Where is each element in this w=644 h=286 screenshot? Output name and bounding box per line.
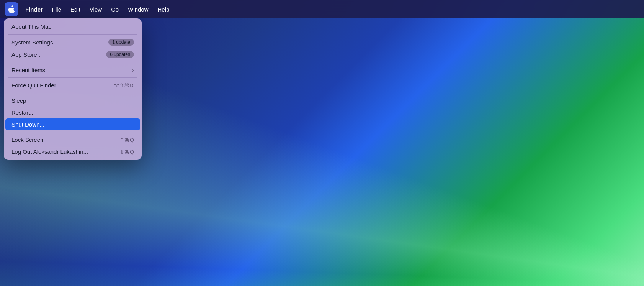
- menu-item-about[interactable]: About This Mac: [5, 21, 140, 33]
- apple-icon: [8, 5, 15, 13]
- menu-item-lock-screen[interactable]: Lock Screen ⌃⌘Q: [5, 134, 140, 146]
- recent-items-chevron-icon: ›: [132, 67, 134, 73]
- menu-item-recent-items[interactable]: Recent Items ›: [5, 64, 140, 76]
- menu-item-force-quit[interactable]: Force Quit Finder ⌥⇧⌘↺: [5, 79, 140, 91]
- menu-item-restart-label: Restart...: [11, 109, 35, 116]
- separator-2: [8, 62, 137, 62]
- menu-item-system-settings-label: System Settings...: [11, 39, 58, 46]
- app-store-badge: 6 updates: [106, 51, 134, 58]
- force-quit-shortcut: ⌥⇧⌘↺: [113, 82, 134, 89]
- menu-item-app-store-label: App Store...: [11, 51, 42, 58]
- menu-item-app-store[interactable]: App Store... 6 updates: [5, 48, 140, 61]
- menu-item-about-label: About This Mac: [11, 23, 51, 30]
- menubar-help[interactable]: Help: [154, 5, 173, 14]
- menubar-view[interactable]: View: [86, 5, 106, 14]
- menu-item-logout[interactable]: Log Out Aleksandr Lukashin... ⇧⌘Q: [5, 146, 140, 158]
- menubar-items: Finder File Edit View Go Window Help: [21, 5, 173, 14]
- menu-item-shutdown-label: Shut Down...: [11, 121, 44, 128]
- menubar: Finder File Edit View Go Window Help: [0, 0, 644, 18]
- menu-item-restart[interactable]: Restart...: [5, 107, 140, 118]
- menubar-edit[interactable]: Edit: [67, 5, 84, 14]
- menubar-window[interactable]: Window: [124, 5, 152, 14]
- menu-item-sleep[interactable]: Sleep: [5, 95, 140, 107]
- menubar-file[interactable]: File: [48, 5, 65, 14]
- separator-4: [8, 93, 137, 93]
- menu-item-recent-items-label: Recent Items: [11, 67, 45, 73]
- logout-shortcut: ⇧⌘Q: [120, 149, 134, 155]
- lock-screen-shortcut: ⌃⌘Q: [120, 137, 134, 143]
- separator-3: [8, 77, 137, 78]
- menu-item-lock-screen-label: Lock Screen: [11, 136, 43, 143]
- separator-5: [8, 132, 137, 132]
- menubar-finder[interactable]: Finder: [21, 5, 47, 14]
- separator-1: [8, 34, 137, 35]
- menu-item-sleep-label: Sleep: [11, 97, 26, 104]
- menubar-go[interactable]: Go: [107, 5, 123, 14]
- apple-menu-button[interactable]: [5, 2, 18, 16]
- apple-menu-dropdown: About This Mac System Settings... 1 upda…: [4, 18, 142, 160]
- menu-item-system-settings[interactable]: System Settings... 1 update: [5, 36, 140, 48]
- menu-item-force-quit-label: Force Quit Finder: [11, 82, 56, 89]
- system-settings-badge: 1 update: [108, 39, 134, 46]
- menu-item-logout-label: Log Out Aleksandr Lukashin...: [11, 148, 88, 155]
- menu-item-shutdown[interactable]: Shut Down...: [5, 118, 140, 130]
